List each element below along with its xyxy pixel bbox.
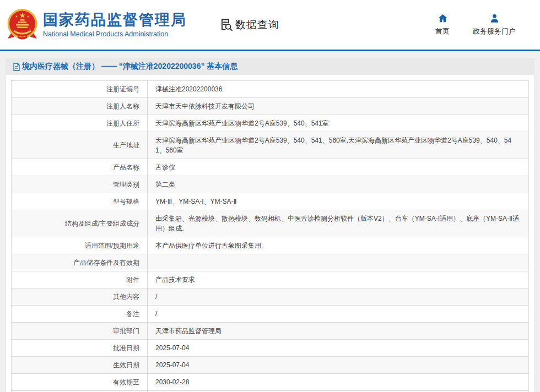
row-label: 生效日期	[12, 357, 148, 374]
header-nav: 首页 政务服务门户	[435, 13, 516, 36]
row-label: 产品名称	[12, 159, 148, 176]
row-label-text: 注册人名称	[106, 102, 139, 110]
row-label: 注册证编号	[12, 81, 148, 98]
table-row: 管理类别第二类	[12, 176, 529, 193]
row-label-text: 型号规格	[113, 198, 139, 205]
table-row: 注册人名称天津市天中依脉科技开发有限公司	[12, 98, 529, 115]
table-row: 有效期至2030-02-28	[12, 374, 529, 391]
row-label-text: 备注	[126, 310, 139, 318]
row-label-text: 适用范围/预期用途	[85, 242, 139, 249]
row-value: 舌诊仪	[148, 159, 529, 176]
info-table: 注册证编号津械注准20202200036注册人名称天津市天中依脉科技开发有限公司…	[11, 80, 529, 392]
row-value: 2030-02-28	[148, 374, 529, 391]
agency-name-en: National Medical Products Administration	[43, 30, 187, 38]
table-row: 型号规格YM-Ⅲ、YM-SA-I、YM-SA-Ⅱ	[12, 193, 529, 210]
row-value: 本产品供医疗单位进行舌象图采集用。	[148, 237, 529, 254]
row-value: YM-Ⅲ、YM-SA-I、YM-SA-Ⅱ	[148, 193, 529, 210]
row-label: 适用范围/预期用途	[12, 237, 148, 254]
row-value: 2025-07-04	[148, 357, 529, 374]
table-row: 产品名称舌诊仪	[12, 159, 529, 176]
row-label: 有效期至	[12, 374, 148, 391]
info-table-body: 注册证编号津械注准20202200036注册人名称天津市天中依脉科技开发有限公司…	[12, 81, 529, 392]
row-label: 注册人住所	[12, 115, 148, 132]
table-row: 注册人住所天津滨海高新区华苑产业区物华道2号A座539、540、541室	[12, 115, 529, 132]
row-value: 由采集箱、光源模块、散热模块、数码相机、中医舌诊检测分析软件（版本V2）、台车（…	[148, 210, 529, 237]
table-row: 注册证编号津械注准20202200036	[12, 81, 529, 98]
data-query-link[interactable]: 数据查询	[219, 18, 279, 32]
national-emblem-icon	[7, 8, 38, 42]
section-title-bar: 境内医疗器械（注册） —— “津械注准20202200036” 基本信息	[6, 58, 534, 75]
row-value: 天津市天中依脉科技开发有限公司	[148, 98, 529, 115]
agency-logo[interactable]: 国家药品监督管理局 National Medical Products Admi…	[7, 8, 187, 42]
row-label-text: 附件	[126, 276, 139, 284]
row-value: 天津滨海高新区华苑产业区物华道2号A座539、540、541、560室,天津滨海…	[148, 132, 529, 159]
row-label-text: 有效期至	[113, 378, 139, 386]
row-value: /	[148, 306, 529, 323]
row-value: /	[148, 288, 529, 306]
data-query-label: 数据查询	[235, 18, 279, 32]
row-label-text: 批准日期	[113, 344, 139, 352]
nav-portal-label: 政务服务门户	[473, 26, 516, 36]
row-label: 批准日期	[12, 340, 148, 357]
row-label-text: 管理类别	[113, 181, 139, 188]
table-row: 产品储存条件及有效期	[12, 254, 529, 271]
row-value: 第二类	[148, 176, 529, 193]
row-label: 其他内容	[12, 288, 148, 306]
row-value	[148, 254, 529, 271]
row-label: 型号规格	[12, 193, 148, 210]
doc-search-icon	[219, 18, 233, 32]
row-label: 附件	[12, 271, 148, 288]
row-value: 产品技术要求	[148, 271, 529, 288]
table-row: 附件产品技术要求	[12, 271, 529, 288]
table-row: 生产地址天津滨海高新区华苑产业区物华道2号A座539、540、541、560室,…	[12, 132, 529, 159]
row-value: 天津滨海高新区华苑产业区物华道2号A座539、540、541室	[148, 115, 529, 132]
table-row: 审批部门天津市药品监督管理局	[12, 323, 529, 340]
agency-name-zh: 国家药品监督管理局	[43, 12, 187, 29]
nav-portal[interactable]: 政务服务门户	[473, 13, 516, 36]
row-label-text: 注册人住所	[106, 119, 139, 127]
row-label: 管理类别	[12, 176, 148, 193]
table-row: 结构及组成/主要组成成分由采集箱、光源模块、散热模块、数码相机、中医舌诊检测分析…	[12, 210, 529, 237]
row-label-text: 产品储存条件及有效期	[73, 259, 139, 266]
nav-home[interactable]: 首页	[435, 13, 450, 36]
site-header: 国家药品监督管理局 National Medical Products Admi…	[0, 0, 540, 51]
row-label-text: 生效日期	[113, 361, 139, 369]
row-label: 结构及组成/主要组成成分	[12, 210, 148, 237]
row-label: 生产地址	[12, 132, 148, 159]
table-row: 生效日期2025-07-04	[12, 357, 529, 374]
table-row: 其他内容/	[12, 288, 529, 306]
row-label-text: 其他内容	[113, 293, 139, 301]
row-label-text: 结构及组成/主要组成成分	[65, 220, 139, 227]
row-label-text: 注册证编号	[106, 85, 139, 93]
row-label-text: 生产地址	[113, 141, 139, 149]
table-row: 备注/	[12, 306, 529, 323]
table-row: 批准日期2025-07-04	[12, 340, 529, 357]
row-label-text: 审批部门	[113, 327, 139, 335]
row-label-text: 产品名称	[113, 164, 139, 171]
document-icon	[13, 63, 20, 71]
row-label: 产品储存条件及有效期	[12, 254, 148, 271]
person-icon	[489, 13, 500, 24]
agency-names: 国家药品监督管理局 National Medical Products Admi…	[43, 12, 187, 37]
row-label: 审批部门	[12, 323, 148, 340]
row-value: 2025-07-04	[148, 340, 529, 357]
row-label: 注册人名称	[12, 98, 148, 115]
row-label: 备注	[12, 306, 148, 323]
row-value: 津械注准20202200036	[148, 81, 529, 98]
content-card: 境内医疗器械（注册） —— “津械注准20202200036” 基本信息 注册证…	[6, 58, 534, 392]
home-icon	[438, 13, 448, 24]
section-title: 境内医疗器械（注册） —— “津械注准20202200036” 基本信息	[22, 62, 237, 72]
nav-home-label: 首页	[435, 26, 450, 36]
table-row: 适用范围/预期用途本产品供医疗单位进行舌象图采集用。	[12, 237, 529, 254]
row-value: 天津市药品监督管理局	[148, 323, 529, 340]
